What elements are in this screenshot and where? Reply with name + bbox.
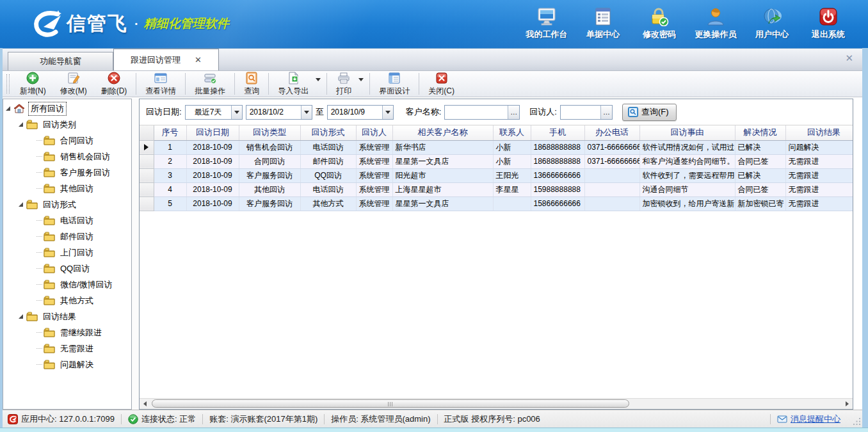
row-selector-cell[interactable] bbox=[140, 154, 154, 168]
column-header[interactable]: 序号 bbox=[154, 125, 186, 140]
grid-cell[interactable]: 3 bbox=[154, 168, 186, 182]
tree-child-item[interactable]: 其他回访 bbox=[3, 180, 131, 196]
scroll-right-icon[interactable] bbox=[842, 399, 853, 409]
tree-child-item[interactable]: 销售机会回访 bbox=[3, 148, 131, 164]
grid-cell[interactable] bbox=[584, 168, 639, 182]
grid-cell[interactable]: 电话回访 bbox=[300, 140, 356, 154]
column-header[interactable]: 手机 bbox=[531, 125, 584, 140]
table-row[interactable]: 22018-10-09合同回访邮件回访系统管理星星第一文具店小新18688888… bbox=[140, 154, 853, 168]
menu-item-exit-system[interactable]: 退出系统 bbox=[800, 6, 856, 40]
row-selector-cell[interactable] bbox=[140, 182, 154, 196]
table-row[interactable]: 42018-10-09其他回访电话回访系统管理上海星星超市李星星15988888… bbox=[140, 182, 853, 196]
grid-cell[interactable]: QQ回访 bbox=[300, 168, 356, 182]
grid-cell[interactable]: 客户服务回访 bbox=[239, 168, 300, 182]
customer-lookup-button[interactable]: … bbox=[508, 106, 519, 119]
tree-child-item[interactable]: 需继续跟进 bbox=[3, 324, 131, 340]
grid-cell[interactable] bbox=[493, 196, 531, 211]
panel-splitter[interactable] bbox=[132, 99, 139, 410]
column-header[interactable]: 联系人 bbox=[493, 125, 531, 140]
toolbar-grip[interactable] bbox=[6, 74, 10, 93]
grid-cell[interactable]: 销售机会回访 bbox=[239, 140, 300, 154]
menu-item-workbench[interactable]: 我的工作台 bbox=[518, 6, 575, 40]
menu-item-switch-operator[interactable]: 更换操作员 bbox=[687, 6, 744, 40]
tree-child-item[interactable]: 邮件回访 bbox=[3, 228, 131, 244]
print-button[interactable]: 打印 bbox=[329, 70, 358, 98]
view-detail-button[interactable]: 查看详情 bbox=[138, 70, 183, 98]
visitor-lookup-button[interactable]: … bbox=[600, 106, 612, 119]
close-button[interactable]: 关闭(C) bbox=[421, 70, 462, 98]
grid-cell[interactable]: 其他方式 bbox=[300, 196, 356, 211]
scrollbar-thumb[interactable] bbox=[152, 399, 629, 408]
grid-cell[interactable]: 问题解决 bbox=[785, 140, 853, 154]
tab-close-icon[interactable]: ✕ bbox=[195, 56, 202, 64]
tabstrip-close-icon[interactable]: ✕ bbox=[845, 52, 853, 64]
row-selector-header[interactable] bbox=[140, 125, 154, 140]
grid-cell[interactable]: 18688888888 bbox=[531, 154, 584, 168]
grid-cell[interactable]: 小新 bbox=[493, 140, 531, 154]
grid-cell[interactable]: 13666666666 bbox=[531, 168, 584, 182]
edit-button[interactable]: 修改(M) bbox=[53, 70, 94, 98]
delete-button[interactable]: 删除(D) bbox=[94, 70, 134, 98]
column-header[interactable]: 回访人 bbox=[356, 125, 392, 140]
menu-item-user-center[interactable]: 用户中心 bbox=[744, 6, 800, 40]
date-range-select[interactable]: 最近7天 bbox=[185, 105, 243, 120]
chevron-down-icon[interactable] bbox=[382, 106, 393, 119]
horizontal-scrollbar[interactable] bbox=[140, 398, 853, 409]
tree-expander-icon[interactable] bbox=[19, 202, 23, 207]
visitor-input[interactable] bbox=[561, 106, 600, 119]
grid-cell[interactable]: 沟通合同细节 bbox=[639, 182, 735, 196]
grid-cell[interactable]: 4 bbox=[154, 182, 186, 196]
grid-cell[interactable]: 李星星 bbox=[493, 182, 531, 196]
column-header[interactable]: 解决情况 bbox=[735, 125, 785, 140]
grid-cell[interactable]: 已解决 bbox=[735, 140, 785, 154]
grid-cell[interactable]: 18688888888 bbox=[531, 140, 584, 154]
grid-cell[interactable]: 系统管理 bbox=[356, 182, 392, 196]
message-center-link[interactable]: 消息提醒中心 bbox=[777, 413, 857, 425]
grid-cell[interactable]: 无需跟进 bbox=[785, 182, 853, 196]
grid-cell[interactable]: 2018-10-09 bbox=[186, 196, 239, 211]
scroll-left-icon[interactable] bbox=[140, 399, 150, 409]
grid-cell[interactable]: 邮件回访 bbox=[300, 154, 356, 168]
grid-cell[interactable]: 软件收到了，需要远程帮用户 bbox=[639, 168, 735, 182]
grid-cell[interactable]: 新加密锁已寄 bbox=[735, 196, 785, 211]
chevron-down-icon[interactable] bbox=[301, 106, 312, 119]
grid-cell[interactable]: 无需跟进 bbox=[785, 168, 853, 182]
grid-cell[interactable]: 5 bbox=[154, 196, 186, 211]
grid-cell[interactable]: 王阳光 bbox=[493, 168, 531, 182]
row-selector-cell[interactable] bbox=[140, 140, 154, 154]
grid-cell[interactable]: 星星第一文具店 bbox=[392, 196, 493, 211]
grid-cell[interactable]: 0371-66666666 bbox=[584, 154, 639, 168]
tree-group-item[interactable]: 回访类别 bbox=[3, 116, 131, 132]
tree-expander-icon[interactable] bbox=[19, 122, 23, 127]
grid-cell[interactable]: 系统管理 bbox=[356, 168, 392, 182]
grid-cell[interactable]: 电话回访 bbox=[300, 182, 356, 196]
tree-child-item[interactable]: 微信/微博回访 bbox=[3, 276, 131, 292]
print-dropdown-icon[interactable] bbox=[358, 78, 364, 81]
chevron-down-icon[interactable] bbox=[231, 106, 242, 119]
menu-item-documents[interactable]: 单据中心 bbox=[575, 6, 631, 40]
table-row[interactable]: 52018-10-09客户服务回访其他方式系统管理星星第一文具店15866666… bbox=[140, 196, 853, 211]
table-row[interactable]: 32018-10-09客户服务回访QQ回访系统管理阳光超市王阳光13666666… bbox=[140, 168, 853, 182]
grid-cell[interactable]: 2018-10-09 bbox=[186, 168, 239, 182]
tree-child-item[interactable]: 电话回访 bbox=[3, 212, 131, 228]
column-header[interactable]: 回访类型 bbox=[239, 125, 300, 140]
grid-cell[interactable]: 已解决 bbox=[735, 168, 785, 182]
tree-child-item[interactable]: QQ回访 bbox=[3, 260, 131, 276]
grid-cell[interactable]: 合同回访 bbox=[239, 154, 300, 168]
tree-child-item[interactable]: 合同回访 bbox=[3, 132, 131, 148]
grid-cell[interactable]: 其他回访 bbox=[239, 182, 300, 196]
row-selector-cell[interactable] bbox=[140, 168, 154, 182]
batch-operation-button[interactable]: 批量操作 bbox=[188, 70, 232, 98]
tree-expander-icon[interactable] bbox=[6, 106, 10, 111]
import-export-dropdown-icon[interactable] bbox=[316, 78, 321, 81]
grid-cell[interactable]: 2 bbox=[154, 154, 186, 168]
tree-child-item[interactable]: 其他方式 bbox=[3, 292, 131, 308]
grid-cell[interactable]: 系统管理 bbox=[356, 140, 392, 154]
column-header[interactable]: 回访结果 bbox=[785, 125, 853, 140]
column-header[interactable]: 回访日期 bbox=[186, 125, 239, 140]
column-header[interactable]: 回访事由 bbox=[639, 125, 735, 140]
grid-cell[interactable]: 1 bbox=[154, 140, 186, 154]
grid-cell[interactable]: 客户服务回访 bbox=[239, 196, 300, 211]
table-row[interactable]: 12018-10-09销售机会回访电话回访系统管理新华书店小新186888888… bbox=[140, 140, 853, 154]
grid-cell[interactable]: 15988888888 bbox=[531, 182, 584, 196]
